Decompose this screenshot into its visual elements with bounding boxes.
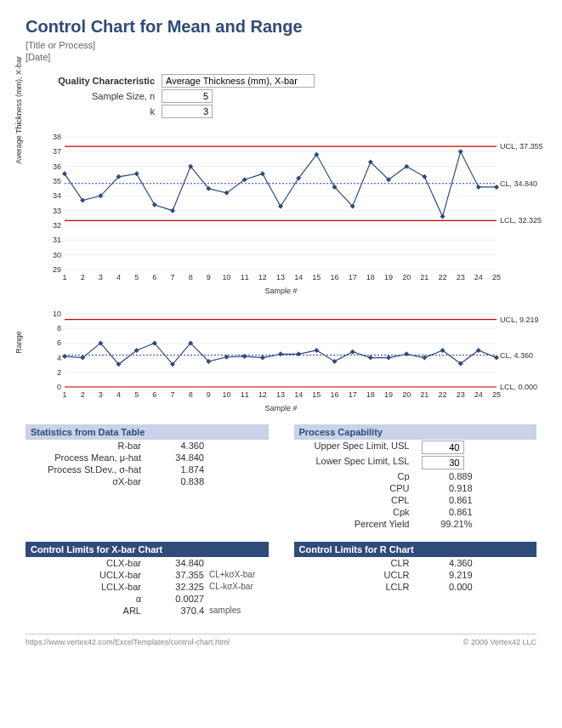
stat-value: 34.840 [153, 452, 204, 463]
stat-label: R-bar [26, 441, 153, 451]
stat-row: LCLX-bar32.325CL-kσX-bar [26, 581, 269, 593]
stat-label: CPU [294, 483, 422, 493]
subtitle-process: [Title or Process] [26, 40, 536, 50]
stat-label: Percent Yield [294, 519, 422, 529]
stat-row: CLR4.360 [294, 557, 537, 569]
svg-text:10: 10 [222, 390, 230, 399]
stats-header: Statistics from Data Table [26, 424, 269, 440]
lsl-input[interactable] [422, 456, 464, 469]
svg-text:4: 4 [116, 273, 121, 282]
svg-text:23: 23 [457, 273, 465, 282]
svg-text:3: 3 [99, 390, 103, 399]
svg-text:10: 10 [53, 310, 61, 318]
limits-x-header: Control Limits for X-bar Chart [26, 542, 269, 557]
svg-text:20: 20 [402, 390, 411, 399]
stat-note: samples [204, 606, 241, 616]
svg-text:14: 14 [294, 273, 303, 282]
stat-row: UCLR9.219 [294, 569, 537, 581]
stat-value: 0.918 [422, 483, 473, 493]
stat-row: Percent Yield99.21% [294, 518, 537, 530]
sample-size-label: Sample Size, n [26, 91, 162, 101]
svg-text:6: 6 [152, 390, 156, 399]
stat-value: 0.861 [422, 495, 473, 505]
svg-text:38: 38 [53, 133, 61, 141]
svg-text:29: 29 [53, 265, 61, 274]
svg-text:1: 1 [62, 390, 66, 399]
stat-value: 37.355 [153, 570, 204, 580]
stat-row: Cp0.889 [294, 470, 537, 482]
stat-row: CPL0.861 [294, 494, 537, 506]
svg-text:8: 8 [189, 390, 193, 399]
stat-row: LCLR0.000 [294, 581, 537, 593]
k-input[interactable] [162, 105, 213, 118]
xbar-chart: Average Thickness (mm), X-bar 2930313233… [26, 132, 536, 295]
stat-label: CLR [294, 558, 422, 568]
stat-value: 0.861 [422, 507, 473, 517]
svg-text:UCL, 9.219: UCL, 9.219 [500, 316, 539, 324]
svg-text:4: 4 [116, 390, 121, 399]
lsl-label: Lower Spec Limit, LSL [294, 456, 422, 469]
svg-text:16: 16 [330, 390, 338, 399]
stat-value: 9.219 [422, 570, 473, 580]
svg-text:16: 16 [330, 273, 338, 282]
k-label: k [26, 106, 162, 117]
svg-text:9: 9 [207, 273, 211, 282]
svg-text:24: 24 [474, 273, 483, 282]
stat-value: 0.000 [422, 582, 473, 592]
svg-text:13: 13 [276, 273, 285, 282]
footer-url: https://www.vertex42.com/ExcelTemplates/… [26, 638, 230, 646]
svg-text:24: 24 [474, 390, 483, 399]
stat-row: ARL370.4samples [26, 605, 269, 617]
svg-text:8: 8 [189, 273, 193, 282]
stat-label: Process St.Dev., σ-hat [26, 464, 153, 475]
svg-text:CL, 34.840: CL, 34.840 [500, 179, 537, 188]
stat-value: 4.360 [422, 558, 473, 568]
range-chart: Range 0246810UCL, 9.219CL, 4.360LCL, 0.0… [26, 309, 536, 412]
svg-text:25: 25 [492, 390, 501, 399]
stat-label: σX-bar [26, 476, 153, 486]
svg-text:2: 2 [57, 368, 61, 377]
stat-value: 0.0027 [153, 594, 204, 604]
xbar-xlabel: Sample # [26, 287, 536, 295]
svg-text:12: 12 [258, 390, 267, 399]
stat-row: Cpk0.861 [294, 506, 537, 518]
stat-value: 34.840 [153, 558, 204, 568]
svg-text:13: 13 [276, 390, 285, 399]
stat-row: CPU0.918 [294, 482, 537, 494]
svg-text:17: 17 [349, 273, 357, 282]
svg-text:2: 2 [81, 273, 85, 282]
xbar-ylabel: Average Thickness (mm), X-bar [14, 56, 23, 164]
svg-text:5: 5 [134, 273, 139, 282]
stat-label: UCLR [294, 570, 422, 580]
svg-text:LCL, 32.325: LCL, 32.325 [500, 216, 542, 225]
stat-row: R-bar4.360 [26, 440, 269, 452]
stat-label: Process Mean, μ-hat [26, 452, 153, 463]
sample-size-input[interactable] [162, 89, 213, 103]
limits-r-header: Control Limits for R Chart [294, 542, 537, 557]
svg-text:7: 7 [170, 390, 174, 399]
stat-value: 99.21% [422, 519, 473, 529]
svg-text:22: 22 [438, 273, 446, 282]
page-title: Control Chart for Mean and Range [26, 17, 536, 37]
svg-text:36: 36 [53, 162, 61, 171]
stat-label: α [26, 594, 153, 604]
svg-text:2: 2 [81, 390, 85, 399]
stat-value: 370.4 [153, 606, 204, 616]
svg-text:19: 19 [384, 390, 393, 399]
svg-text:23: 23 [457, 390, 465, 399]
svg-text:15: 15 [312, 390, 321, 399]
range-xlabel: Sample # [26, 404, 536, 412]
svg-text:15: 15 [312, 273, 321, 282]
svg-text:UCL, 37.355: UCL, 37.355 [500, 142, 543, 151]
stat-label: LCLR [294, 582, 422, 592]
usl-input[interactable] [422, 441, 464, 454]
svg-text:11: 11 [241, 273, 249, 282]
svg-text:6: 6 [57, 338, 61, 347]
svg-text:12: 12 [258, 273, 267, 282]
stat-row: Process St.Dev., σ-hat1.874 [26, 464, 269, 475]
svg-text:1: 1 [62, 273, 66, 282]
quality-characteristic-input[interactable] [162, 74, 315, 88]
svg-text:9: 9 [207, 390, 211, 399]
stat-label: LCLX-bar [26, 582, 153, 592]
svg-text:18: 18 [366, 273, 375, 282]
